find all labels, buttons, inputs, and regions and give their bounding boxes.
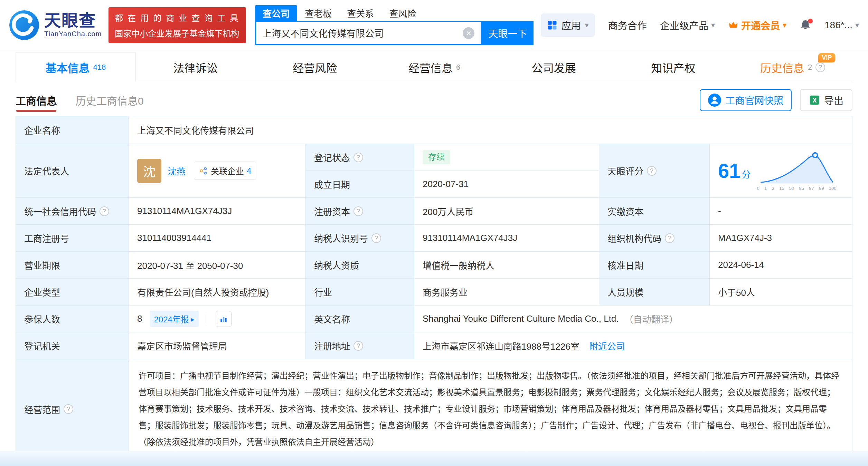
nav-vip[interactable]: 开通会员: [728, 18, 786, 32]
nav-enterprise[interactable]: 企业级产品: [660, 18, 715, 32]
label-text: 登记状态: [314, 151, 350, 164]
nav-apps[interactable]: 应用: [541, 13, 595, 37]
field-label-taxpayer-quality: 纳税人资质: [306, 252, 414, 279]
search-tabs: 查公司 查老板 查关系 查风险: [255, 5, 534, 21]
field-label-business-scope: 经营范围: [16, 359, 129, 459]
label-text: 法定代表人: [24, 164, 69, 177]
search-input[interactable]: [262, 28, 463, 38]
subtab-business-registration[interactable]: 工商信息: [16, 86, 57, 114]
export-label: 导出: [824, 93, 843, 107]
nav-cooperation[interactable]: 商务合作: [608, 18, 647, 32]
person-badge-icon: [708, 94, 721, 107]
field-label-business-term: 营业期限: [16, 252, 129, 279]
field-label-paid-capital: 实缴资本: [599, 198, 710, 225]
tab-operation-risk[interactable]: 经营风险: [255, 52, 375, 82]
tab-history-info[interactable]: VIP 历史信息 2: [733, 52, 852, 82]
axis-tick: 1: [764, 186, 767, 191]
search-tab-company[interactable]: 查公司: [255, 5, 297, 21]
related-company-icon: [199, 166, 208, 175]
axis-tick: 0: [757, 186, 760, 191]
score-curve-svg: [757, 151, 837, 185]
field-value-org-code: MA1GX74J-3: [710, 225, 852, 252]
axis-tick: 99: [819, 186, 824, 191]
search-tab-boss[interactable]: 查老板: [297, 5, 339, 21]
vip-badge: VIP: [818, 53, 835, 62]
field-label-staff-size: 人员规模: [599, 279, 710, 305]
field-label-reg-number: 工商注册号: [16, 225, 129, 252]
subtab-history-registration[interactable]: 历史工商信息0: [76, 86, 144, 114]
tab-label: 知识产权: [651, 59, 695, 75]
search-tab-risk[interactable]: 查风险: [381, 5, 424, 21]
axis-tick: 100: [829, 186, 837, 191]
tab-intellectual-property[interactable]: 知识产权: [614, 52, 733, 82]
related-companies-badge[interactable]: 关联企业 4: [194, 162, 256, 180]
nav-account[interactable]: 186*...: [824, 20, 859, 31]
tab-label: 经营风险: [293, 59, 337, 75]
field-value-reg-authority: 嘉定区市场监督管理局: [129, 332, 306, 359]
related-companies-label: 关联企业: [211, 165, 244, 177]
annual-report-label: 2024年报: [154, 313, 189, 325]
nav-enterprise-label: 企业级产品: [660, 18, 708, 32]
subtab-bar: 工商信息 历史工商信息0 工商官网快照 导出: [16, 86, 852, 114]
main-tabbar: 基本信息 418 法律诉讼 经营风险 经营信息 6 公司发展 知识产权 VIP …: [16, 52, 852, 82]
staff-size-text: 小于50人: [718, 285, 755, 298]
tab-legal-litigation[interactable]: 法律诉讼: [136, 52, 255, 82]
tab-basic-info[interactable]: 基本信息 418: [16, 52, 136, 82]
label-text: 统一社会信用代码: [24, 205, 96, 217]
help-icon[interactable]: [100, 206, 109, 216]
help-icon[interactable]: [665, 233, 674, 243]
help-icon[interactable]: [353, 341, 363, 351]
help-icon[interactable]: [353, 153, 363, 162]
field-value-establish-date: 2020-07-31: [414, 171, 599, 198]
label-text: 实缴资本: [607, 205, 643, 217]
help-icon[interactable]: [353, 206, 363, 216]
help-icon[interactable]: [64, 404, 73, 414]
search-tab-relation[interactable]: 查关系: [339, 5, 381, 21]
arrow-right-icon: [191, 314, 195, 324]
field-value-business-scope: 许可项目：广播电视节目制作经营；演出经纪；营业性演出；电子出版物制作；音像制品制…: [129, 359, 852, 459]
chevron-down-icon: [585, 21, 589, 29]
search-button[interactable]: 天眼一下: [482, 21, 534, 45]
field-value-taxpayer-quality: 增值税一般纳税人: [414, 252, 599, 279]
tab-business-info[interactable]: 经营信息 6: [375, 52, 494, 82]
field-value-company-name: 上海又不同文化传媒有限公司: [129, 116, 852, 144]
field-value-reg-status: 存续: [414, 144, 599, 171]
taxpayer-quality-text: 增值税一般纳税人: [423, 259, 494, 271]
label-text: 营业期限: [24, 259, 60, 271]
label-text: 纳税人资质: [314, 259, 359, 271]
brand-domain: TianYanCha.com: [44, 30, 102, 38]
tab-label: 历史信息: [760, 59, 804, 75]
field-value-tianyan-score: 61 分 0 1 3 15 50 85 97 99 100: [710, 144, 852, 198]
export-button[interactable]: 导出: [800, 89, 852, 111]
promo-banner-line2: 国家中小企业发展子基金旗下机构: [115, 27, 240, 39]
header: 天眼查 TianYanCha.com 都在用的商业查询工具 国家中小企业发展子基…: [0, 0, 868, 50]
notification-bell[interactable]: [800, 19, 811, 31]
tab-company-development[interactable]: 公司发展: [494, 52, 614, 82]
help-icon[interactable]: [647, 166, 657, 176]
field-value-staff-size: 小于50人: [710, 279, 852, 305]
legal-rep-avatar[interactable]: 沈: [137, 159, 161, 183]
nearby-companies-link[interactable]: 附近公司: [589, 339, 625, 352]
field-value-legal-rep: 沈 沈燕 关联企业 4: [129, 144, 306, 198]
axis-tick: 50: [789, 186, 794, 191]
score-number: 61 分: [718, 159, 751, 182]
official-snapshot-button[interactable]: 工商官网快照: [700, 89, 792, 111]
credit-code-text: 91310114MA1GX74J3J: [137, 206, 232, 216]
taxpayer-id-text: 91310114MA1GX74J3J: [423, 233, 517, 243]
field-value-approval-date: 2024-06-14: [710, 252, 852, 279]
tianyancha-logo[interactable]: 天眼查 TianYanCha.com: [9, 10, 102, 40]
field-label-org-code: 组织机构代码: [599, 225, 710, 252]
establish-date-text: 2020-07-31: [423, 179, 469, 190]
axis-tick: 85: [799, 186, 804, 191]
label-text: 注册资本: [314, 205, 350, 217]
field-label-reg-address: 注册地址: [306, 332, 414, 359]
annual-report-chart-button[interactable]: [216, 311, 232, 327]
help-icon[interactable]: [371, 233, 381, 243]
clear-icon[interactable]: [463, 27, 474, 39]
label-text: 行业: [314, 285, 332, 298]
help-icon[interactable]: [815, 62, 825, 72]
paid-capital-text: -: [718, 206, 721, 216]
annual-report-link[interactable]: 2024年报: [150, 311, 198, 327]
label-text: 纳税人识别号: [314, 232, 368, 244]
legal-rep-name-link[interactable]: 沈燕: [168, 164, 186, 177]
